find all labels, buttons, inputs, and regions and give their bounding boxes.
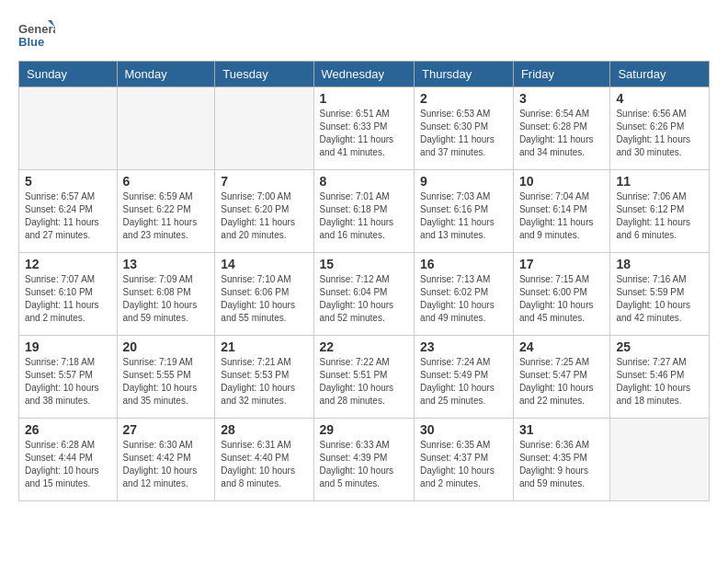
day-info: Sunrise: 6:35 AM Sunset: 4:37 PM Dayligh… <box>420 439 507 490</box>
calendar-cell: 25Sunrise: 7:27 AM Sunset: 5:46 PM Dayli… <box>610 336 710 419</box>
day-info: Sunrise: 6:56 AM Sunset: 6:26 PM Dayligh… <box>616 108 703 159</box>
calendar-cell: 30Sunrise: 6:35 AM Sunset: 4:37 PM Dayli… <box>415 419 514 501</box>
day-info: Sunrise: 7:24 AM Sunset: 5:49 PM Dayligh… <box>420 356 507 408</box>
svg-text:Blue: Blue <box>18 35 44 49</box>
day-info: Sunrise: 6:30 AM Sunset: 4:42 PM Dayligh… <box>123 439 210 490</box>
logo: General Blue <box>18 18 55 55</box>
day-info: Sunrise: 6:36 AM Sunset: 4:35 PM Dayligh… <box>519 439 605 490</box>
day-number: 9 <box>420 174 507 189</box>
day-info: Sunrise: 7:06 AM Sunset: 6:12 PM Dayligh… <box>616 190 703 242</box>
day-number: 12 <box>25 257 111 271</box>
calendar-cell <box>215 87 313 170</box>
day-info: Sunrise: 7:15 AM Sunset: 6:00 PM Dayligh… <box>519 273 605 325</box>
day-number: 25 <box>616 339 703 354</box>
calendar-cell <box>117 87 215 170</box>
day-number: 14 <box>221 257 307 271</box>
day-info: Sunrise: 7:22 AM Sunset: 5:51 PM Dayligh… <box>320 356 409 408</box>
day-info: Sunrise: 7:13 AM Sunset: 6:02 PM Dayligh… <box>420 273 507 325</box>
col-header-wednesday: Wednesday <box>313 62 415 87</box>
day-number: 26 <box>25 422 111 437</box>
day-info: Sunrise: 7:16 AM Sunset: 5:59 PM Dayligh… <box>616 273 703 325</box>
day-info: Sunrise: 7:12 AM Sunset: 6:04 PM Dayligh… <box>320 273 409 325</box>
calendar-cell: 27Sunrise: 6:30 AM Sunset: 4:42 PM Dayli… <box>117 419 215 501</box>
day-number: 29 <box>320 422 409 437</box>
calendar-cell: 26Sunrise: 6:28 AM Sunset: 4:44 PM Dayli… <box>19 419 118 501</box>
calendar-cell: 10Sunrise: 7:04 AM Sunset: 6:14 PM Dayli… <box>513 170 610 253</box>
calendar-cell: 5Sunrise: 6:57 AM Sunset: 6:24 PM Daylig… <box>19 170 118 253</box>
day-info: Sunrise: 7:27 AM Sunset: 5:46 PM Dayligh… <box>616 356 703 408</box>
calendar-cell: 21Sunrise: 7:21 AM Sunset: 5:53 PM Dayli… <box>215 336 313 419</box>
day-info: Sunrise: 6:33 AM Sunset: 4:39 PM Dayligh… <box>320 439 409 490</box>
calendar-cell <box>19 87 118 170</box>
calendar-cell: 12Sunrise: 7:07 AM Sunset: 6:10 PM Dayli… <box>19 253 118 336</box>
day-number: 1 <box>320 91 409 106</box>
calendar-cell: 18Sunrise: 7:16 AM Sunset: 5:59 PM Dayli… <box>610 253 710 336</box>
calendar-cell: 1Sunrise: 6:51 AM Sunset: 6:33 PM Daylig… <box>313 87 415 170</box>
day-number: 22 <box>320 339 409 354</box>
day-number: 24 <box>519 339 605 354</box>
day-number: 30 <box>420 422 507 437</box>
calendar-cell: 2Sunrise: 6:53 AM Sunset: 6:30 PM Daylig… <box>415 87 514 170</box>
day-info: Sunrise: 7:19 AM Sunset: 5:55 PM Dayligh… <box>123 356 210 408</box>
svg-text:General: General <box>18 22 55 36</box>
calendar-cell: 9Sunrise: 7:03 AM Sunset: 6:16 PM Daylig… <box>415 170 514 253</box>
col-header-sunday: Sunday <box>19 62 118 87</box>
calendar-cell: 20Sunrise: 7:19 AM Sunset: 5:55 PM Dayli… <box>117 336 215 419</box>
calendar-cell: 16Sunrise: 7:13 AM Sunset: 6:02 PM Dayli… <box>415 253 514 336</box>
col-header-saturday: Saturday <box>610 62 710 87</box>
day-info: Sunrise: 6:28 AM Sunset: 4:44 PM Dayligh… <box>25 439 111 490</box>
calendar: SundayMondayTuesdayWednesdayThursdayFrid… <box>18 61 710 501</box>
day-number: 13 <box>123 257 210 271</box>
calendar-cell: 23Sunrise: 7:24 AM Sunset: 5:49 PM Dayli… <box>415 336 514 419</box>
calendar-cell: 7Sunrise: 7:00 AM Sunset: 6:20 PM Daylig… <box>215 170 313 253</box>
day-number: 18 <box>616 257 703 271</box>
day-number: 11 <box>616 174 703 189</box>
day-info: Sunrise: 7:03 AM Sunset: 6:16 PM Dayligh… <box>420 190 507 242</box>
day-info: Sunrise: 7:18 AM Sunset: 5:57 PM Dayligh… <box>25 356 111 408</box>
day-number: 2 <box>420 91 507 106</box>
calendar-cell: 6Sunrise: 6:59 AM Sunset: 6:22 PM Daylig… <box>117 170 215 253</box>
day-info: Sunrise: 7:04 AM Sunset: 6:14 PM Dayligh… <box>519 190 605 242</box>
calendar-cell: 8Sunrise: 7:01 AM Sunset: 6:18 PM Daylig… <box>313 170 415 253</box>
calendar-cell: 17Sunrise: 7:15 AM Sunset: 6:00 PM Dayli… <box>513 253 610 336</box>
day-number: 31 <box>519 422 605 437</box>
day-info: Sunrise: 7:01 AM Sunset: 6:18 PM Dayligh… <box>320 190 409 242</box>
day-number: 20 <box>123 339 210 354</box>
day-info: Sunrise: 7:21 AM Sunset: 5:53 PM Dayligh… <box>221 356 307 408</box>
logo-icon: General Blue <box>18 18 55 52</box>
day-number: 3 <box>519 91 605 106</box>
calendar-cell: 3Sunrise: 6:54 AM Sunset: 6:28 PM Daylig… <box>513 87 610 170</box>
calendar-cell: 31Sunrise: 6:36 AM Sunset: 4:35 PM Dayli… <box>513 419 610 501</box>
day-number: 8 <box>320 174 409 189</box>
day-info: Sunrise: 7:09 AM Sunset: 6:08 PM Dayligh… <box>123 273 210 325</box>
day-info: Sunrise: 7:07 AM Sunset: 6:10 PM Dayligh… <box>25 273 111 325</box>
calendar-cell: 28Sunrise: 6:31 AM Sunset: 4:40 PM Dayli… <box>215 419 313 501</box>
day-number: 17 <box>519 257 605 271</box>
day-number: 23 <box>420 339 507 354</box>
day-number: 7 <box>221 174 307 189</box>
day-info: Sunrise: 7:10 AM Sunset: 6:06 PM Dayligh… <box>221 273 307 325</box>
day-number: 6 <box>123 174 210 189</box>
calendar-cell <box>610 419 710 501</box>
day-info: Sunrise: 6:53 AM Sunset: 6:30 PM Dayligh… <box>420 108 507 159</box>
day-number: 15 <box>320 257 409 271</box>
day-info: Sunrise: 6:57 AM Sunset: 6:24 PM Dayligh… <box>25 190 111 242</box>
day-info: Sunrise: 7:25 AM Sunset: 5:47 PM Dayligh… <box>519 356 605 408</box>
day-info: Sunrise: 6:54 AM Sunset: 6:28 PM Dayligh… <box>519 108 605 159</box>
calendar-cell: 13Sunrise: 7:09 AM Sunset: 6:08 PM Dayli… <box>117 253 215 336</box>
col-header-tuesday: Tuesday <box>215 62 313 87</box>
day-info: Sunrise: 7:00 AM Sunset: 6:20 PM Dayligh… <box>221 190 307 242</box>
day-number: 4 <box>616 91 703 106</box>
day-number: 16 <box>420 257 507 271</box>
day-number: 19 <box>25 339 111 354</box>
calendar-cell: 22Sunrise: 7:22 AM Sunset: 5:51 PM Dayli… <box>313 336 415 419</box>
day-number: 10 <box>519 174 605 189</box>
calendar-cell: 4Sunrise: 6:56 AM Sunset: 6:26 PM Daylig… <box>610 87 710 170</box>
calendar-cell: 29Sunrise: 6:33 AM Sunset: 4:39 PM Dayli… <box>313 419 415 501</box>
col-header-friday: Friday <box>513 62 610 87</box>
calendar-cell: 24Sunrise: 7:25 AM Sunset: 5:47 PM Dayli… <box>513 336 610 419</box>
day-info: Sunrise: 6:31 AM Sunset: 4:40 PM Dayligh… <box>221 439 307 490</box>
calendar-cell: 11Sunrise: 7:06 AM Sunset: 6:12 PM Dayli… <box>610 170 710 253</box>
col-header-monday: Monday <box>117 62 215 87</box>
col-header-thursday: Thursday <box>415 62 514 87</box>
